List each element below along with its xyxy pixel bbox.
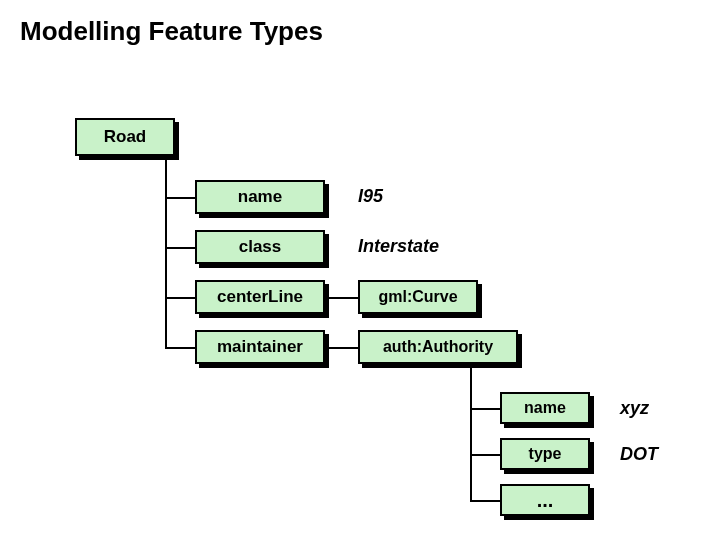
- node-maintainer: maintainer: [195, 330, 325, 364]
- node-auth-authority-label: auth:Authority: [383, 338, 493, 356]
- node-gml-curve-label: gml:Curve: [378, 288, 457, 306]
- node-name-label: name: [238, 187, 282, 207]
- node-gml-curve: gml:Curve: [358, 280, 478, 314]
- node-maintainer-label: maintainer: [217, 337, 303, 357]
- node-class-label: class: [239, 237, 282, 257]
- node-auth-type: type: [500, 438, 590, 470]
- value-class: Interstate: [358, 236, 439, 257]
- tree-line: [470, 364, 472, 500]
- tree-line: [325, 347, 358, 349]
- node-name: name: [195, 180, 325, 214]
- node-auth-type-label: type: [529, 445, 562, 463]
- node-road: Road: [75, 118, 175, 156]
- tree-line: [165, 297, 195, 299]
- tree-line: [470, 500, 500, 502]
- tree-line: [165, 347, 195, 349]
- node-centerline: centerLine: [195, 280, 325, 314]
- tree-line: [470, 408, 500, 410]
- node-auth-name-label: name: [524, 399, 566, 417]
- tree-line: [165, 197, 195, 199]
- tree-line: [325, 297, 358, 299]
- node-auth-authority: auth:Authority: [358, 330, 518, 364]
- node-road-label: Road: [104, 127, 147, 147]
- value-auth-type: DOT: [620, 444, 658, 465]
- tree-line: [165, 156, 167, 347]
- node-centerline-label: centerLine: [217, 287, 303, 307]
- node-auth-name: name: [500, 392, 590, 424]
- node-auth-more: ...: [500, 484, 590, 516]
- tree-line: [165, 247, 195, 249]
- node-class: class: [195, 230, 325, 264]
- tree-line: [470, 454, 500, 456]
- value-auth-name: xyz: [620, 398, 649, 419]
- slide-title: Modelling Feature Types: [20, 16, 323, 47]
- value-name: I95: [358, 186, 383, 207]
- node-auth-more-label: ...: [537, 489, 554, 512]
